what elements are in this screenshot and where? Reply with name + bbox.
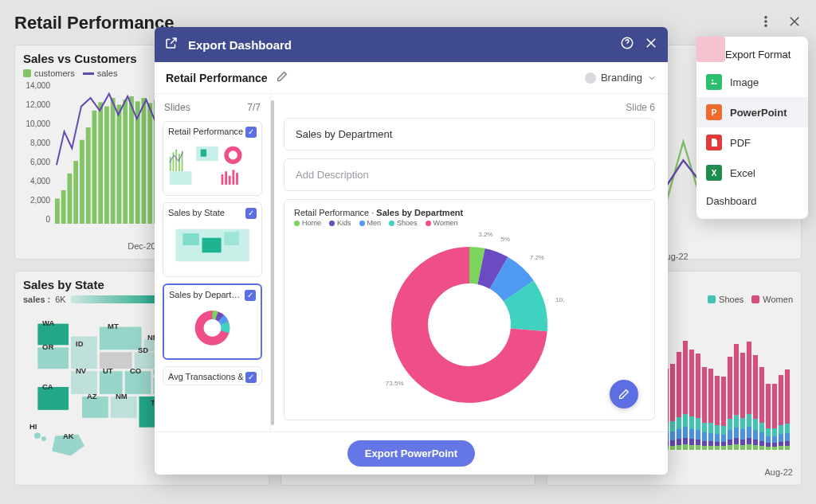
- dashboard-icon: [696, 37, 725, 62]
- excel-icon: X: [706, 165, 722, 181]
- svg-rect-66: [232, 170, 234, 185]
- chart-legend: Home Kids Men Shoes Women: [294, 219, 645, 227]
- svg-text:5%: 5%: [500, 236, 510, 243]
- help-icon[interactable]: [620, 36, 634, 53]
- pdf-icon: [706, 135, 722, 150]
- svg-rect-69: [183, 233, 199, 245]
- donut-chart: 3.2%5%7.2%10.9%73.5%: [374, 229, 565, 420]
- slide-check-icon[interactable]: [245, 127, 257, 138]
- svg-point-73: [204, 319, 222, 337]
- svg-rect-55: [175, 150, 177, 172]
- slide-thumb[interactable]: Avg Transactions &: [163, 366, 262, 385]
- svg-rect-71: [224, 232, 239, 245]
- svg-point-79: [712, 80, 713, 81]
- modal-footer: Export PowerPoint: [155, 432, 668, 475]
- svg-rect-65: [229, 176, 231, 185]
- slides-panel: Slides 7/7 Retail Performance: [155, 94, 271, 432]
- svg-text:10.9%: 10.9%: [555, 296, 565, 303]
- svg-text:73.5%: 73.5%: [386, 380, 404, 387]
- slides-label: Slides: [164, 102, 190, 113]
- edit-chart-button[interactable]: [610, 380, 638, 408]
- branding-dropdown[interactable]: Branding: [585, 72, 657, 84]
- edit-name-icon[interactable]: [276, 70, 288, 86]
- svg-text:7.2%: 7.2%: [530, 254, 544, 261]
- slide-description-field[interactable]: Add Description: [284, 158, 655, 191]
- svg-point-61: [229, 150, 237, 159]
- modal-subheader: Retail Performance Branding: [155, 62, 668, 94]
- slide-number: Slide 6: [284, 102, 655, 118]
- slide-title-field[interactable]: Sales by Department: [284, 118, 655, 150]
- svg-rect-56: [178, 154, 180, 171]
- svg-rect-53: [170, 157, 171, 172]
- chevron-down-icon: [647, 73, 657, 83]
- export-format-popover: Export Format Image P PowerPoint PDF X E…: [696, 37, 808, 219]
- svg-rect-59: [201, 150, 206, 157]
- svg-rect-63: [222, 174, 224, 185]
- slide-check-icon[interactable]: [245, 208, 257, 219]
- format-option-powerpoint[interactable]: P PowerPoint: [696, 97, 808, 127]
- slide-thumb[interactable]: Retail Performance: [163, 121, 262, 196]
- svg-rect-67: [236, 173, 238, 185]
- svg-rect-62: [170, 171, 192, 185]
- slide-preview: Slide 6 Sales by Department Add Descript…: [270, 94, 668, 432]
- svg-rect-70: [202, 238, 222, 253]
- svg-text:3.2%: 3.2%: [478, 231, 492, 238]
- scroll-indicator[interactable]: [271, 100, 274, 425]
- slide-thumb[interactable]: Sales by Departmen…: [163, 283, 262, 360]
- branding-swatch: [585, 72, 596, 84]
- format-option-pdf[interactable]: PDF: [696, 127, 808, 158]
- svg-rect-58: [196, 147, 218, 162]
- modal-header: Export Dashboard: [155, 27, 668, 62]
- export-dashboard-modal: Export Dashboard Retail Performance Bran…: [155, 27, 668, 475]
- slide-thumb[interactable]: Sales by State: [163, 202, 262, 277]
- dashboard-name: Retail Performance: [166, 72, 268, 84]
- modal-title: Export Dashboard: [188, 38, 610, 52]
- format-option-dashboard[interactable]: Dashboard: [696, 188, 808, 214]
- format-option-excel[interactable]: X Excel: [696, 158, 808, 188]
- slide-check-icon[interactable]: [245, 290, 256, 301]
- slides-count: 7/7: [247, 102, 261, 113]
- slide-check-icon[interactable]: [245, 372, 257, 383]
- close-icon[interactable]: [644, 36, 658, 53]
- chart-title: Retail Performance · Sales by Department: [294, 208, 645, 217]
- chart-preview: Retail Performance · Sales by Department…: [284, 199, 655, 420]
- svg-rect-64: [225, 171, 227, 185]
- powerpoint-icon: P: [706, 104, 722, 120]
- open-external-icon[interactable]: [164, 36, 178, 53]
- format-option-image[interactable]: Image: [696, 67, 808, 97]
- image-icon: [706, 74, 722, 90]
- export-button[interactable]: Export PowerPoint: [347, 440, 475, 467]
